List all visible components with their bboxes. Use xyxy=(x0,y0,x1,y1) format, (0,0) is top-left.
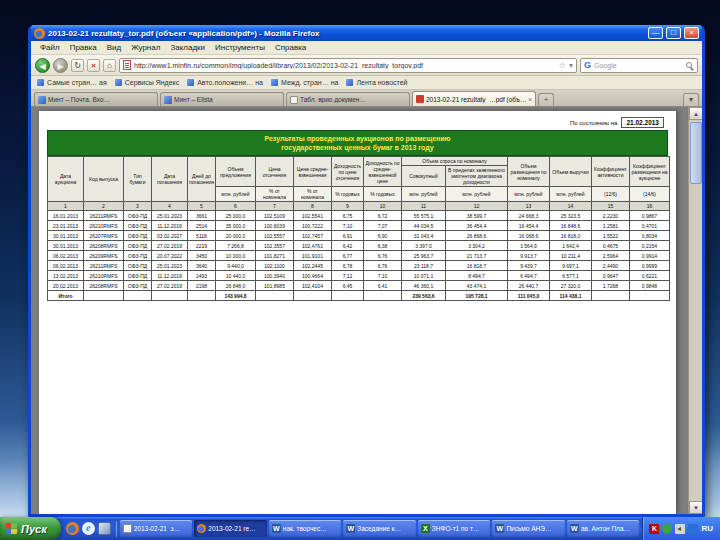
table-row: 16.01.2013 26211RMFS ОФЗ-ПД 25.01.2023 3… xyxy=(48,211,670,221)
cell-auction-date: 23.01.2013 xyxy=(48,221,84,231)
quick-launch-icon[interactable] xyxy=(66,522,79,535)
list-all-tabs-button[interactable]: ▾ xyxy=(683,93,699,106)
quick-launch-icon[interactable] xyxy=(82,522,95,535)
vertical-scrollbar[interactable]: ▲ ▼ xyxy=(688,107,702,514)
cell-maturity-date: 20.07.2022 xyxy=(152,251,188,261)
cell-demand-total: 23 118,7 xyxy=(402,261,446,271)
bookmark-star-icon[interactable]: ☆ xyxy=(559,61,566,70)
column-number-cell: 4 xyxy=(152,202,188,211)
taskbar-button[interactable]: 2013-02-21_з… xyxy=(120,520,193,537)
tray-icon[interactable] xyxy=(675,524,685,534)
cell-demand-in-range: 26 868,6 xyxy=(446,231,508,241)
bookmark-item[interactable]: Самые стран… ая xyxy=(37,79,107,86)
quick-launch-icon[interactable] xyxy=(98,522,111,535)
tray-icon[interactable] xyxy=(649,524,659,534)
menu-item[interactable]: Инструменты xyxy=(210,42,270,53)
taskbar-button[interactable]: Письмо АНЭ… xyxy=(492,520,565,537)
bookmark-item[interactable]: Авто.положени… на xyxy=(187,79,263,86)
start-button[interactable]: Пуск xyxy=(0,517,61,540)
total-label: Итого xyxy=(48,291,84,301)
taskbar-button[interactable]: 2013-02-21 re… xyxy=(194,520,267,537)
demand-group-header: Объем спроса по номиналу xyxy=(402,157,508,166)
cell-weighted-yield: 6,90 xyxy=(364,231,402,241)
cell-maturity-date: 11.12.2019 xyxy=(152,271,188,281)
taskbar-button-label: Заседание к… xyxy=(357,525,401,532)
tab-bar: Минт – Почта. Вхо… × Минт – Elista × Таб… xyxy=(31,90,702,107)
col-header: Цена отсечения xyxy=(256,157,294,187)
taskbar-button[interactable]: ав. Антон Пла… xyxy=(567,520,640,537)
browser-tab[interactable]: 2013-02-21 rezultaty_…pdf (объ… × xyxy=(412,91,536,106)
scroll-down-icon[interactable]: ▼ xyxy=(689,501,702,514)
browser-tab[interactable]: Табл. врио докумен… × xyxy=(286,92,410,106)
cell-auction-date: 06.02.2013 xyxy=(48,261,84,271)
col-header: Дата аукциона xyxy=(48,157,84,202)
address-dropdown-icon[interactable]: ▾ xyxy=(569,61,573,70)
scroll-up-icon[interactable]: ▲ xyxy=(689,107,702,120)
bookmark-item[interactable]: Сервисы Яндекс xyxy=(115,79,180,86)
taskbar-button-label: ав. Антон Пла… xyxy=(581,525,630,532)
table-row: 30.01.2013 26207RMFS ОФЗ-ПД 03.02.2027 5… xyxy=(48,231,670,241)
stop-button[interactable]: × xyxy=(87,59,100,72)
cell-demand-total: 25 963,7 xyxy=(402,251,446,261)
scrollbar-thumb[interactable] xyxy=(690,122,702,184)
search-icon[interactable] xyxy=(686,62,692,68)
menu-item[interactable]: Журнал xyxy=(126,42,165,53)
taskbar-button[interactable]: ЗНФО-т1 по т… xyxy=(418,520,491,537)
menu-item[interactable]: Файл xyxy=(35,42,65,53)
cell-offer-volume: 26 848,0 xyxy=(216,281,256,291)
home-button[interactable]: ⌂ xyxy=(103,59,116,72)
taskbar-button[interactable]: Заседание к… xyxy=(343,520,416,537)
tab-close-icon[interactable]: × xyxy=(528,96,532,103)
cell-placed-volume: 9 439,7 xyxy=(508,261,550,271)
cell-maturity-date: 25.01.2023 xyxy=(152,261,188,271)
taskbar-button-label: Письмо АНЭ… xyxy=(506,525,551,532)
cell-paper-type: ОФЗ-ПД xyxy=(124,221,152,231)
cell-weighted-price: 101,9101 xyxy=(294,251,332,261)
forward-button[interactable]: ▶ xyxy=(53,58,68,73)
cell-auction-date: 16.01.2013 xyxy=(48,211,84,221)
menu-bar: ФайлПравкаВидЖурналЗакладкиИнструментыСп… xyxy=(31,41,702,55)
browser-tab[interactable]: Минт – Elista × xyxy=(160,92,284,106)
cell-activity-ratio: 0,4675 xyxy=(592,241,630,251)
new-tab-button[interactable]: + xyxy=(538,93,554,106)
search-box[interactable]: G Google xyxy=(580,58,698,73)
menu-item[interactable]: Вид xyxy=(102,42,126,53)
table-row: 06.02.2013 26209RMFS ОФЗ-ПД 20.07.2022 3… xyxy=(48,251,670,261)
menu-item[interactable]: Правка xyxy=(65,42,102,53)
taskbar-button-icon xyxy=(123,524,132,533)
cell-demand-in-range: 8 494,7 xyxy=(446,271,508,281)
cell-placement-ratio: 0,9867 xyxy=(630,211,670,221)
col-header: Цена средне-взвешенная xyxy=(294,157,332,187)
reload-button[interactable]: ↻ xyxy=(71,59,84,72)
cell-proceeds: 25 323,5 xyxy=(550,211,592,221)
col-header: Код выпуска xyxy=(84,157,124,202)
cell-paper-type: ОФЗ-ПД xyxy=(124,231,152,241)
cell-activity-ratio: 2,5964 xyxy=(592,251,630,261)
table-total-row: Итого 143 994,8 239 563,6 195 728,1 xyxy=(48,291,670,301)
unit-cell: млн. рублей xyxy=(402,187,446,202)
browser-tab[interactable]: Минт – Почта. Вхо… × xyxy=(34,92,158,106)
tray-icon[interactable] xyxy=(662,524,672,534)
minimize-button[interactable]: — xyxy=(648,27,663,39)
close-button[interactable]: × xyxy=(684,27,699,39)
tray-icon[interactable] xyxy=(688,524,698,534)
cell-days-to-maturity: 3450 xyxy=(188,251,216,261)
window-titlebar[interactable]: 2013-02-21 rezultaty_tor.pdf (объект «ap… xyxy=(31,25,702,41)
taskbar-button[interactable]: нак. творчес… xyxy=(269,520,342,537)
cell-auction-date: 06.02.2013 xyxy=(48,251,84,261)
bookmark-item[interactable]: Лента новостей xyxy=(346,79,407,86)
tab-favicon xyxy=(164,96,172,104)
address-bar[interactable]: http://www1.minfin.ru/common/img/uploade… xyxy=(119,58,577,73)
back-button[interactable]: ◀ xyxy=(35,58,50,73)
navigation-toolbar: ◀ ▶ ↻ × ⌂ http://www1.minfin.ru/common/i… xyxy=(31,55,702,76)
cell-days-to-maturity: 2514 xyxy=(188,221,216,231)
menu-item[interactable]: Справка xyxy=(270,42,311,53)
bookmark-label: Авто.положени… на xyxy=(197,79,263,86)
menu-item[interactable]: Закладки xyxy=(165,42,210,53)
url-text[interactable]: http://www1.minfin.ru/common/img/uploade… xyxy=(134,62,556,69)
language-indicator[interactable]: RU xyxy=(701,524,713,533)
restore-button[interactable]: □ xyxy=(666,27,681,39)
cell-placed-volume: 16 068,6 xyxy=(508,231,550,241)
search-placeholder[interactable]: Google xyxy=(594,62,683,69)
bookmark-item[interactable]: Межд. стран… на xyxy=(271,79,338,86)
